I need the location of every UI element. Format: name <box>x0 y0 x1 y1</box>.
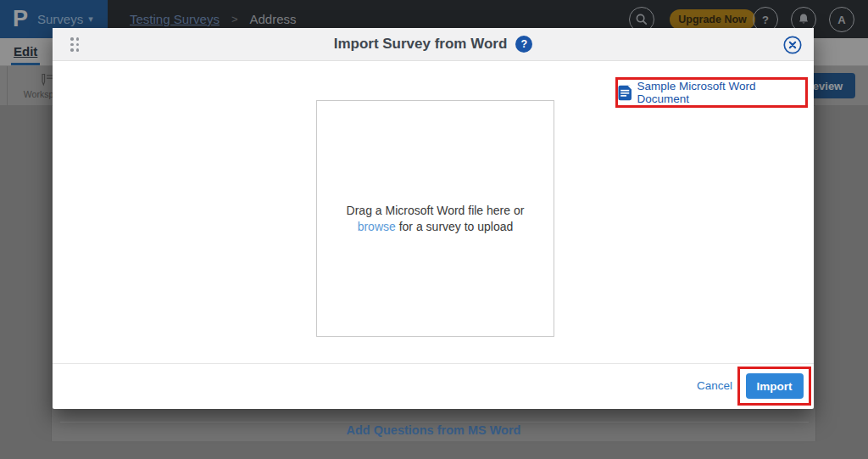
import-button[interactable]: Import <box>746 373 804 399</box>
sample-word-document-link[interactable]: Sample Microsoft Word Document <box>637 80 805 105</box>
import-annotation-box: Import <box>737 367 811 406</box>
dropzone-line2: for a survey to upload <box>396 220 514 233</box>
sample-doc-annotation-box: Sample Microsoft Word Document <box>615 77 808 108</box>
dropzone-line1: Drag a Microsoft Word file here or <box>347 204 525 217</box>
browse-link[interactable]: browse <box>358 220 396 233</box>
drag-handle-icon[interactable] <box>70 37 80 52</box>
app-screen: P Surveys ▾ Testing Surveys > Address Up… <box>0 0 868 459</box>
dropzone-text: Drag a Microsoft Word file here or brows… <box>347 203 525 235</box>
modal-header: Import Survey from Word ? <box>53 28 814 61</box>
close-icon <box>783 36 802 54</box>
import-survey-modal: Import Survey from Word ? Sample Microso… <box>53 28 814 409</box>
cancel-button[interactable]: Cancel <box>697 379 732 392</box>
file-dropzone[interactable]: Drag a Microsoft Word file here or brows… <box>316 100 554 337</box>
title-help-icon[interactable]: ? <box>515 36 532 53</box>
close-button[interactable] <box>783 36 802 54</box>
modal-footer: Cancel Import <box>53 363 814 409</box>
word-document-icon <box>618 85 632 101</box>
modal-title: Import Survey from Word <box>334 36 508 53</box>
